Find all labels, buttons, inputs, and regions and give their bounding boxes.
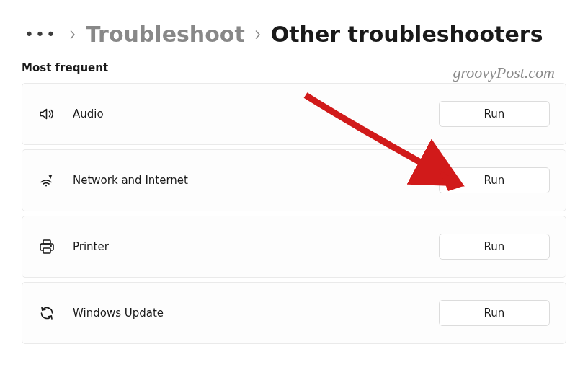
run-button[interactable]: Run (439, 101, 550, 127)
chevron-right-icon (254, 30, 262, 39)
breadcrumb: ••• Troubleshoot Other troubleshooters (22, 22, 566, 47)
wifi-icon (38, 172, 73, 189)
sync-icon (38, 304, 73, 322)
troubleshooter-label: Audio (73, 107, 439, 120)
breadcrumb-more-icon[interactable]: ••• (22, 25, 60, 43)
breadcrumb-parent[interactable]: Troubleshoot (86, 22, 245, 47)
svg-point-3 (50, 245, 51, 246)
run-button[interactable]: Run (439, 234, 550, 260)
troubleshooter-item-network: Network and Internet Run (22, 149, 566, 211)
troubleshooter-item-printer: Printer Run (22, 216, 566, 278)
troubleshooter-label: Network and Internet (73, 174, 439, 187)
run-button[interactable]: Run (439, 167, 550, 193)
svg-point-0 (45, 185, 47, 187)
troubleshooter-list: Audio Run Network and Internet Run (22, 83, 566, 344)
svg-rect-2 (43, 248, 50, 253)
troubleshooter-label: Windows Update (73, 307, 439, 320)
watermark: groovyPost.com (453, 63, 555, 82)
troubleshooter-item-windows-update: Windows Update Run (22, 282, 566, 344)
chevron-right-icon (68, 30, 77, 39)
speaker-icon (38, 105, 73, 123)
printer-icon (38, 238, 73, 255)
troubleshooter-item-audio: Audio Run (22, 83, 566, 145)
run-button[interactable]: Run (439, 300, 550, 326)
breadcrumb-current: Other troubleshooters (271, 22, 543, 47)
troubleshooter-label: Printer (73, 240, 439, 253)
